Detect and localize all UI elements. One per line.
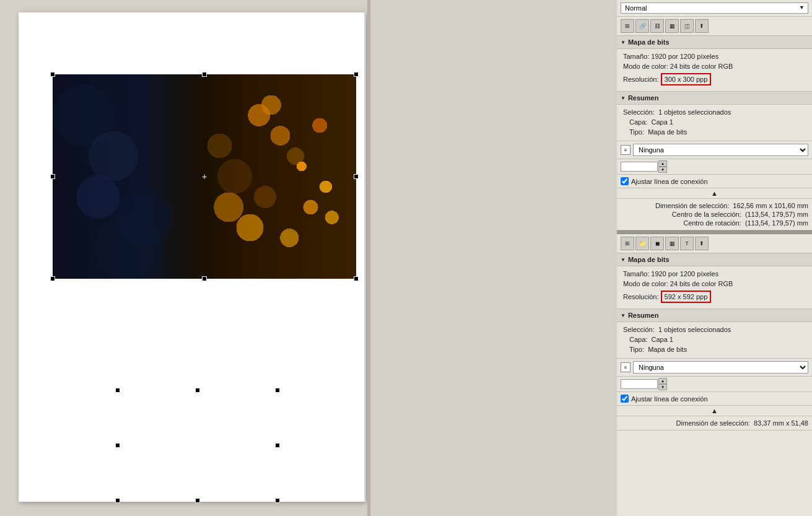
spinner-input-top[interactable]: [621, 162, 658, 172]
size-value-bottom: 1920 por 1200 píxeles: [651, 270, 718, 278]
dimension-value-bottom: 83,37 mm x 51,48: [754, 419, 808, 427]
handle-bottom-center-2[interactable]: [195, 498, 200, 503]
handle-top-right-1[interactable]: [354, 72, 359, 77]
handle-bottom-left-1[interactable]: [50, 276, 55, 281]
ninguna-select-top[interactable]: Ninguna: [633, 144, 808, 156]
spinner-input-bottom[interactable]: [621, 379, 658, 389]
ninguna-wrapper-top[interactable]: Ninguna: [633, 144, 808, 156]
resumen-section-top: ▼ Resumen Selección: 1 objetos seleccion…: [617, 92, 812, 141]
mapa-de-bits-title-top: Mapa de bits: [628, 38, 670, 46]
dark-icon-b[interactable]: ◼: [650, 237, 664, 250]
checkbox-row-top: Ajustar línea de conexión: [617, 175, 812, 188]
handle-bottom-left-2[interactable]: [115, 498, 120, 503]
icon-toolbar-top: ⊞ 🔗 ⛓ ▦ ◫ ⬆: [617, 17, 812, 36]
handle-top-right-2[interactable]: [275, 388, 280, 393]
dimension-label-bottom: Dimensión de selección:: [676, 419, 750, 427]
size-label-bottom: Tamaño:: [623, 270, 649, 278]
layer-row-bottom: Capa: Capa 1: [623, 335, 808, 344]
centro-sel-label-top: Centro de la selección:: [672, 211, 741, 218]
spinner-up-top[interactable]: ▲: [658, 160, 667, 167]
expand-arrow-top[interactable]: ▲: [617, 188, 812, 199]
ajustar-checkbox-top[interactable]: [621, 177, 629, 185]
color-mode-row-bottom: Modo de color: 24 bits de color RGB: [623, 279, 808, 289]
resumen-content-bottom: Selección: 1 objetos seleccionados Capa:…: [617, 322, 812, 359]
spinner-down-top[interactable]: ▼: [658, 167, 667, 173]
ajustar-label-bottom: Ajustar línea de conexión: [631, 395, 708, 403]
dimension-row-top: Dimensión de selección: 162,56 mm x 101,…: [623, 201, 808, 210]
resumen-header-bottom[interactable]: ▼ Resumen: [617, 309, 812, 322]
spinner-up-bottom[interactable]: ▲: [658, 378, 667, 384]
type-value-top: Mapa de bits: [648, 128, 687, 136]
spinner-buttons-top: ▲ ▼: [658, 160, 667, 173]
handle-top-center-2[interactable]: [195, 388, 200, 393]
spinner-row-bottom: ▲ ▼: [617, 377, 812, 392]
ninguna-select-bottom[interactable]: Ninguna: [633, 361, 808, 374]
handle-top-left-2[interactable]: [115, 388, 120, 393]
color-mode-value-bottom: 24 bits de color RGB: [670, 280, 733, 287]
mapa-de-bits-section-top: ▼ Mapa de bits Tamaño: 1920 por 1200 píx…: [617, 36, 812, 92]
bitmap-tool-icon-b[interactable]: ⊞: [621, 237, 634, 250]
type-row-top: Tipo: Mapa de bits: [623, 127, 808, 137]
selection-value-top: 1 objetos seleccionados: [658, 108, 731, 116]
expand-icon-top: ▲: [711, 190, 718, 197]
resumen-arrow-bottom: ▼: [621, 313, 626, 318]
mapa-de-bits-header-top[interactable]: ▼ Mapa de bits: [617, 36, 812, 49]
resumen-title-top: Resumen: [628, 94, 659, 102]
link-tool-icon[interactable]: 🔗: [635, 19, 649, 33]
resolution-label-bottom: Resolución:: [623, 293, 658, 300]
expand-icon-bottom: ▲: [711, 407, 718, 414]
ninguna-row-bottom: ≡ Ninguna: [617, 359, 812, 377]
folder-tool-icon-b[interactable]: 📁: [635, 237, 649, 250]
layer-label-bottom: Capa:: [629, 336, 647, 343]
text-icon-b[interactable]: T: [680, 237, 694, 250]
handle-middle-right-2[interactable]: [275, 443, 280, 448]
resumen-header-top[interactable]: ▼ Resumen: [617, 92, 812, 105]
export-tool-icon[interactable]: ⬆: [695, 19, 709, 33]
layer-value-top: Capa 1: [651, 118, 673, 126]
resumen-arrow-top: ▼: [621, 95, 626, 101]
export-icon-b[interactable]: ⬆: [695, 237, 709, 250]
ajustar-checkbox-bottom[interactable]: [621, 395, 629, 403]
handle-middle-right-1[interactable]: [354, 174, 359, 179]
resolution-row-top: Resolución: 300 x 300 ppp: [623, 71, 808, 87]
mapa-de-bits-header-bottom[interactable]: ▼ Mapa de bits: [617, 253, 812, 266]
blend-mode-wrapper[interactable]: Normal: [621, 2, 808, 14]
grid-tool-icon[interactable]: ▦: [665, 19, 679, 33]
section-arrow-top: ▼: [621, 40, 626, 45]
handle-middle-left-2[interactable]: [115, 443, 120, 448]
handle-top-left-1[interactable]: [50, 72, 55, 77]
handle-bottom-right-2[interactable]: [275, 498, 280, 503]
handle-top-center-1[interactable]: [202, 72, 207, 77]
handle-bottom-center-1[interactable]: [202, 276, 207, 281]
handle-middle-left-1[interactable]: [50, 174, 55, 179]
mapa-de-bits-title-bottom: Mapa de bits: [628, 256, 670, 263]
image-container-1[interactable]: +: [53, 74, 356, 279]
right-panel: Normal ⊞ 🔗 ⛓ ▦ ◫ ⬆ ▼ Mapa de bits Tamaño…: [617, 0, 812, 516]
centro-sel-value-top: (113,54, 179,57) mm: [745, 211, 808, 218]
spinner-row-top: ▲ ▼: [617, 159, 812, 175]
resolution-value-bottom: 592 x 592 ppp: [661, 291, 712, 303]
bitmap-tool-icon[interactable]: ⊞: [621, 19, 634, 33]
ninguna-wrapper-bottom[interactable]: Ninguna: [633, 361, 808, 374]
section-arrow-bottom: ▼: [621, 257, 626, 263]
layer-label-top: Capa:: [629, 118, 647, 126]
checkbox-row-bottom: Ajustar línea de conexión: [617, 392, 812, 406]
handle-bottom-right-1[interactable]: [354, 276, 359, 281]
unlink-tool-icon[interactable]: ⛓: [650, 19, 664, 33]
type-value-bottom: Mapa de bits: [648, 346, 687, 353]
expand-arrow-bottom[interactable]: ▲: [617, 406, 812, 416]
ninguna-icon-top: ≡: [621, 145, 631, 155]
ajustar-label-top: Ajustar línea de conexión: [631, 178, 708, 185]
dimension-section-bottom: Dimensión de selección: 83,37 mm x 51,48: [617, 416, 812, 431]
image-container-2[interactable]: +: [118, 390, 277, 501]
canvas-page: + +: [19, 12, 365, 502]
table-icon-b[interactable]: ▦: [665, 237, 679, 250]
dimension-value-top: 162,56 mm x 101,60 mm: [733, 202, 808, 209]
dimension-section-top: Dimensión de selección: 162,56 mm x 101,…: [617, 199, 812, 230]
size-row-top: Tamaño: 1920 por 1200 píxeles: [623, 51, 808, 61]
layer-value-bottom: Capa 1: [651, 336, 673, 343]
pattern-tool-icon[interactable]: ◫: [680, 19, 694, 33]
blend-mode-select[interactable]: Normal: [621, 2, 808, 14]
spinner-down-bottom[interactable]: ▼: [658, 384, 667, 390]
type-label-top: Tipo:: [629, 128, 644, 136]
